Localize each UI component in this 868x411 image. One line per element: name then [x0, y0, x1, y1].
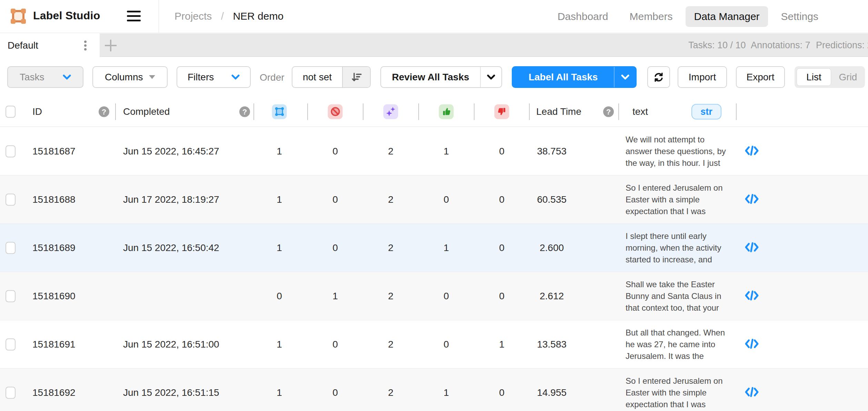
- table-row[interactable]: 15181691 Jun 15 2022, 16:51:00 1 0 2 0 1…: [0, 320, 868, 369]
- column-divider[interactable]: [736, 103, 737, 120]
- row-checkbox[interactable]: [6, 145, 16, 157]
- export-button[interactable]: Export: [736, 66, 785, 88]
- completed-date-cell: Jun 15 2022, 16:51:00: [123, 339, 219, 350]
- row-checkbox[interactable]: [6, 338, 16, 350]
- accepted-count-cell: 1: [419, 387, 474, 398]
- filters-dropdown-label: Filters: [188, 72, 214, 83]
- table-body: 15181687 Jun 15 2022, 16:45:27 1 0 2 1 0…: [0, 127, 868, 411]
- column-divider[interactable]: [529, 103, 530, 120]
- lead-time-cell: 38.753: [521, 146, 583, 157]
- refresh-button[interactable]: [647, 66, 670, 88]
- task-id-cell: 15181690: [32, 291, 76, 302]
- tab-default-label: Default: [8, 40, 38, 51]
- accepted-count-cell: 0: [419, 194, 474, 205]
- order-value-button[interactable]: not set: [292, 66, 371, 88]
- code-icon[interactable]: [742, 338, 761, 351]
- nav-dashboard[interactable]: Dashboard: [549, 6, 617, 27]
- column-divider[interactable]: [618, 103, 619, 120]
- row-checkbox[interactable]: [6, 193, 16, 206]
- column-header-completed[interactable]: Completed: [123, 106, 170, 117]
- menu-hamburger-icon[interactable]: [127, 11, 141, 24]
- column-divider[interactable]: [307, 103, 308, 120]
- table-row[interactable]: 15181692 Jun 15 2022, 16:51:15 1 0 2 1 0…: [0, 369, 868, 411]
- label-all-dropdown-toggle[interactable]: [614, 67, 636, 87]
- code-icon[interactable]: [742, 290, 761, 303]
- code-icon[interactable]: [742, 241, 761, 254]
- label-all-tasks-button[interactable]: Label All Tasks: [512, 66, 637, 88]
- import-button[interactable]: Import: [678, 66, 727, 88]
- import-label: Import: [689, 72, 716, 83]
- column-divider[interactable]: [115, 103, 116, 120]
- completed-date-cell: Jun 15 2022, 16:51:15: [123, 387, 219, 398]
- column-divider[interactable]: [253, 103, 254, 120]
- row-checkbox[interactable]: [6, 242, 16, 254]
- help-icon[interactable]: ?: [99, 106, 109, 117]
- review-all-tasks-button[interactable]: Review All Tasks: [380, 66, 502, 88]
- triangle-down-icon: [149, 75, 155, 79]
- annotations-counter: Annotations: 7: [751, 40, 810, 51]
- filters-dropdown-button[interactable]: Filters: [177, 66, 251, 88]
- help-icon[interactable]: ?: [603, 106, 614, 117]
- top-navigation: Dashboard Members Data Manager Settings: [549, 0, 827, 33]
- accepted-count-cell: 0: [419, 291, 474, 302]
- cancelled-annotations-icon[interactable]: [328, 104, 343, 119]
- predictions-count-cell: 2: [363, 387, 418, 398]
- code-icon[interactable]: [742, 386, 761, 399]
- cancelled-count-cell: 0: [308, 339, 363, 350]
- tab-options-kebab-icon[interactable]: [84, 39, 87, 52]
- column-header-lead-time[interactable]: Lead Time: [536, 106, 581, 117]
- column-divider[interactable]: [363, 103, 363, 120]
- select-all-checkbox[interactable]: [6, 106, 16, 118]
- columns-dropdown-button[interactable]: Columns: [92, 66, 168, 88]
- breadcrumb-projects[interactable]: Projects: [174, 10, 212, 22]
- column-header-id[interactable]: ID: [32, 106, 42, 117]
- order-value: not set: [292, 72, 342, 83]
- breadcrumb-current-project: NER demo: [233, 10, 283, 22]
- table-row[interactable]: 15181689 Jun 15 2022, 16:50:42 1 0 2 1 0…: [0, 224, 868, 272]
- view-mode-toggle: List Grid: [795, 66, 865, 88]
- table-row[interactable]: 15181687 Jun 15 2022, 16:45:27 1 0 2 1 0…: [0, 127, 868, 176]
- table-row[interactable]: 15181690 0 1 2 0 0 2.612 Shall we take t…: [0, 272, 868, 320]
- tab-default[interactable]: Default: [0, 33, 100, 57]
- nav-settings[interactable]: Settings: [773, 6, 827, 27]
- sort-descending-icon: [351, 71, 362, 83]
- nav-data-manager[interactable]: Data Manager: [686, 6, 768, 27]
- lead-time-cell: 2.612: [521, 291, 583, 302]
- predictions-icon[interactable]: [383, 104, 398, 119]
- accepted-count-cell: 1: [419, 146, 474, 157]
- app-header: Label Studio Projects / NER demo Dashboa…: [0, 0, 868, 33]
- header-divider: [159, 0, 159, 33]
- chevron-down-icon: [487, 74, 495, 80]
- annotations-count-icon[interactable]: [272, 104, 287, 119]
- completed-date-cell: Jun 17 2022, 18:19:27: [123, 194, 219, 205]
- view-grid-button[interactable]: Grid: [831, 72, 865, 83]
- column-divider[interactable]: [474, 103, 475, 120]
- predictions-count-cell: 2: [363, 146, 418, 157]
- table-header: ID ? Completed ?: [0, 97, 868, 127]
- lead-time-cell: 13.583: [521, 339, 583, 350]
- accepted-icon[interactable]: [439, 104, 454, 119]
- label-studio-logo-icon[interactable]: [10, 8, 26, 24]
- chevron-down-icon: [621, 74, 629, 80]
- chevron-down-icon: [231, 74, 240, 80]
- code-icon[interactable]: [742, 193, 761, 206]
- annotations-count-cell: 1: [252, 146, 307, 157]
- review-all-tasks-label: Review All Tasks: [381, 72, 480, 83]
- review-dropdown-toggle[interactable]: [480, 67, 501, 87]
- table-row[interactable]: 15181688 Jun 17 2022, 18:19:27 1 0 2 0 0…: [0, 176, 868, 224]
- add-view-plus-icon[interactable]: [105, 40, 117, 51]
- column-divider[interactable]: [418, 103, 419, 120]
- label-studio-data-manager: Label Studio Projects / NER demo Dashboa…: [0, 0, 868, 411]
- rejected-icon[interactable]: [495, 104, 509, 119]
- tasks-dropdown-button[interactable]: Tasks: [7, 66, 83, 88]
- code-icon[interactable]: [742, 145, 761, 158]
- row-checkbox[interactable]: [6, 387, 16, 399]
- sort-direction-segment[interactable]: [342, 67, 370, 87]
- help-icon[interactable]: ?: [239, 106, 250, 117]
- row-checkbox[interactable]: [6, 290, 16, 302]
- column-type-badge[interactable]: str: [691, 104, 721, 119]
- column-header-text[interactable]: text: [632, 106, 648, 117]
- view-list-button[interactable]: List: [797, 68, 831, 86]
- nav-members[interactable]: Members: [621, 6, 681, 27]
- lead-time-cell: 60.535: [521, 194, 583, 205]
